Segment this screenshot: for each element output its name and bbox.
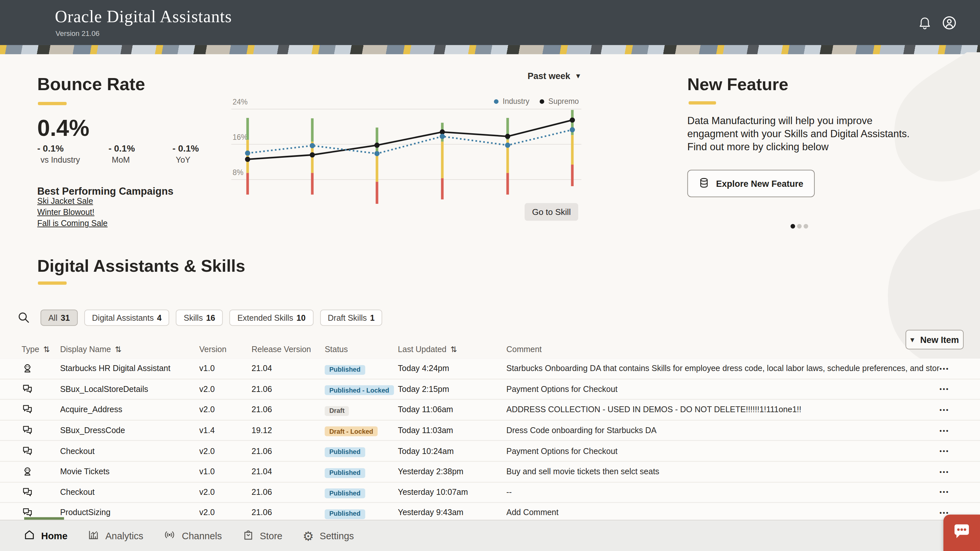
table-row[interactable]: SBux_LocalStoreDetailsv2.021.06Published… (0, 379, 980, 400)
channels-icon (163, 529, 176, 543)
carousel-dot[interactable] (791, 224, 795, 229)
nav-label: Analytics (105, 531, 143, 541)
sort-icon[interactable]: ⇅ (43, 345, 50, 354)
table-header: Type⇅ Display Name⇅ Version Release Vers… (0, 340, 980, 359)
row-last-updated: Today 11:06am (398, 405, 506, 414)
app-window: Oracle Digital Assistants Version 21.06 … (0, 0, 980, 551)
row-last-updated: Yesterday 10:07am (398, 487, 506, 497)
chip-count: 10 (296, 313, 305, 322)
go-to-skill-button[interactable]: Go to Skill (525, 203, 578, 221)
nav-item-analytics[interactable]: Analytics (88, 529, 143, 543)
chip-label: Digital Assistants (92, 313, 154, 322)
table-body: Starbucks HR Digital Assistantv1.021.04P… (0, 359, 980, 524)
nav-label: Channels (182, 531, 221, 541)
carousel-dot[interactable] (797, 224, 802, 229)
row-display-name: Checkout (60, 446, 199, 456)
delta-label: MoM (108, 156, 173, 165)
home-icon (24, 529, 35, 543)
row-comment: Dress Code onboarding for Starbucks DA (506, 426, 939, 435)
col-comment: Comment (506, 345, 541, 354)
period-dropdown[interactable]: Past week ▼ (515, 71, 580, 81)
feature-title: New Feature (687, 75, 788, 95)
row-actions-button[interactable]: ••• (939, 365, 980, 372)
status-badge: Published (325, 447, 365, 457)
table-row[interactable]: Checkoutv2.021.06PublishedToday 10:24amP… (0, 441, 980, 462)
row-display-name: Starbucks HR Digital Assistant (60, 364, 199, 373)
search-button[interactable] (17, 311, 30, 326)
row-version: v2.0 (199, 487, 251, 497)
database-icon (698, 177, 710, 191)
chat-assistant-button[interactable] (943, 514, 980, 551)
nav-label: Store (260, 531, 282, 541)
row-release-version: 21.06 (251, 487, 325, 497)
skill-icon (22, 486, 60, 498)
delta-value: - 0.1% (173, 143, 199, 154)
digital-assistant-icon (22, 466, 60, 478)
row-version: v2.0 (199, 446, 251, 456)
campaign-link[interactable]: Fall is Coming Sale (37, 219, 108, 228)
skill-icon (22, 445, 60, 457)
row-actions-button[interactable]: ••• (939, 386, 980, 392)
table-row[interactable]: Checkoutv2.021.06PublishedYesterday 10:0… (0, 483, 980, 503)
chip-label: Extended Skills (237, 313, 293, 322)
sort-icon[interactable]: ⇅ (115, 345, 122, 354)
nav-item-store[interactable]: Store (242, 529, 282, 543)
app-header: Oracle Digital Assistants Version 21.06 (0, 0, 980, 45)
nav-item-home[interactable]: Home (24, 529, 68, 543)
row-display-name: Checkout (60, 487, 199, 497)
explore-new-feature-label: Explore New Feature (716, 179, 803, 189)
row-release-version: 21.04 (251, 467, 325, 476)
chip-count: 4 (157, 313, 161, 322)
col-release-version: Release Version (251, 345, 311, 354)
row-comment: Starbucks Onboarding DA that contains Sk… (506, 364, 939, 373)
table-row[interactable]: Acquire_Addressv2.021.06DraftToday 11:06… (0, 400, 980, 420)
kpi-deltas: - 0.1% vs Industry - 0.1% MoM - 0.1% YoY (37, 143, 199, 165)
row-display-name: Acquire_Address (60, 405, 199, 414)
status-badge: Published (325, 509, 365, 519)
table-row[interactable]: SBux_DressCodev1.419.12Draft - LockedTod… (0, 420, 980, 441)
filter-chip-all[interactable]: All31 (41, 310, 78, 326)
row-comment: Payment Options for Checkout (506, 384, 939, 394)
row-actions-button[interactable]: ••• (939, 468, 980, 475)
filter-chip-skills[interactable]: Skills16 (176, 310, 223, 326)
decorative-banner (0, 45, 980, 54)
nav-item-channels[interactable]: Channels (163, 529, 221, 543)
status-badge: Draft (325, 406, 349, 416)
row-actions-button[interactable]: ••• (939, 489, 980, 496)
row-last-updated: Today 4:24pm (398, 364, 506, 373)
sort-icon[interactable]: ⇅ (450, 345, 457, 354)
row-last-updated: Today 11:03am (398, 426, 506, 435)
row-release-version: 19.12 (251, 426, 325, 435)
period-label: Past week (528, 71, 571, 81)
skill-icon (22, 404, 60, 416)
campaign-link[interactable]: Winter Blowout! (37, 208, 108, 217)
nav-item-settings[interactable]: ⚙ Settings (302, 530, 354, 542)
row-display-name: Movie Tickets (60, 467, 199, 476)
filter-chip-draft-skills[interactable]: Draft Skills1 (320, 310, 382, 326)
carousel-dot[interactable] (803, 224, 808, 229)
campaign-link[interactable]: Ski Jacket Sale (37, 197, 108, 206)
chevron-down-icon: ▼ (576, 73, 580, 79)
user-icon[interactable] (942, 16, 956, 30)
table-row[interactable]: Movie Ticketsv1.021.04PublishedYesterday… (0, 462, 980, 482)
table-row[interactable]: Starbucks HR Digital Assistantv1.021.04P… (0, 359, 980, 379)
explore-new-feature-button[interactable]: Explore New Feature (687, 170, 815, 197)
section-title: Digital Assistants & Skills (37, 256, 245, 276)
chip-label: Skills (184, 313, 203, 322)
chat-bubble-icon (953, 523, 971, 542)
skill-icon (22, 425, 60, 437)
row-actions-button[interactable]: ••• (939, 448, 980, 455)
filter-chip-digital-assistants[interactable]: Digital Assistants4 (84, 310, 170, 326)
row-display-name: SBux_DressCode (60, 426, 199, 435)
row-display-name: ProductSizing (60, 508, 199, 518)
filter-chip-extended-skills[interactable]: Extended Skills10 (229, 310, 313, 326)
nav-label: Home (41, 531, 68, 541)
row-actions-button[interactable]: ••• (939, 427, 980, 434)
chip-count: 16 (206, 313, 215, 322)
status-badge: Draft - Locked (325, 427, 378, 437)
row-actions-button[interactable]: ••• (939, 406, 980, 413)
delta-value: - 0.1% (108, 143, 173, 154)
skill-icon (22, 383, 60, 395)
nav-label: Settings (320, 531, 354, 541)
bell-icon[interactable] (919, 16, 931, 30)
